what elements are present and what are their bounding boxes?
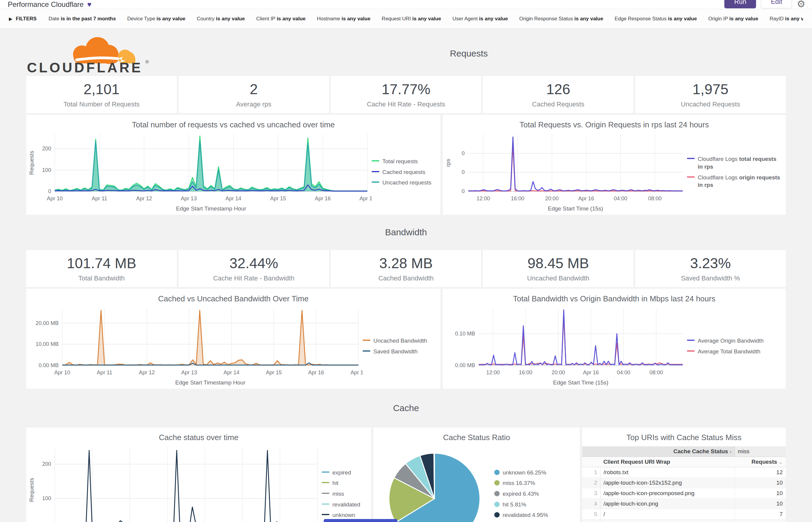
legend-label: Average Total Bandwidth <box>698 348 760 356</box>
chart-cache-status-over-time: Cache status over time 0100200Apr 10Apr … <box>26 427 371 522</box>
filter-chip[interactable]: Origin IP is any value <box>708 16 758 22</box>
legend-item[interactable]: expired 6.43% <box>494 490 576 498</box>
uri-cell[interactable]: / <box>600 509 735 520</box>
legend-swatch <box>372 171 379 172</box>
row-index: 1 <box>582 467 600 478</box>
legend-item[interactable]: Cached requests <box>372 168 437 176</box>
filter-chips: Date is in the past 7 monthsDevice Type … <box>49 16 803 22</box>
legend-item[interactable]: unknown <box>322 511 367 519</box>
requests-cell[interactable]: 10 <box>735 499 786 509</box>
svg-text:Requests: Requests <box>28 151 35 175</box>
legend-swatch <box>494 470 500 475</box>
kpi-label: Cached Bandwidth <box>379 275 434 282</box>
legend-label: revalidated 4.95% <box>503 511 548 519</box>
pivot-header[interactable]: Cache Cache Status › <box>582 446 735 457</box>
legend-item[interactable]: expired <box>322 469 367 477</box>
table-top-uris-miss: Top URIs with Cache Status Miss Cache Ca… <box>582 427 786 522</box>
uri-cell[interactable]: /index.php/contact/ <box>600 520 735 522</box>
legend-swatch <box>687 158 695 159</box>
legend-item[interactable]: miss 16.37% <box>494 479 576 487</box>
requests-column-header[interactable]: Requests ⌄ <box>735 457 786 467</box>
row-index: 6 <box>582 520 600 522</box>
filter-chip[interactable]: Client IP is any value <box>256 16 306 22</box>
requests-cell[interactable]: 10 <box>735 488 786 499</box>
table-row[interactable]: 6 /index.php/contact/ 7 <box>582 520 786 522</box>
legend-item[interactable]: Cloudflare Logs origin requests in rps <box>687 174 782 189</box>
svg-text:Edge Start Time (15s): Edge Start Time (15s) <box>553 379 608 386</box>
legend-item[interactable]: revalidated <box>322 501 367 508</box>
table-row[interactable]: 5 / 7 <box>582 509 786 520</box>
legend-item[interactable]: Total requests <box>372 158 437 165</box>
filter-chip[interactable]: User Agent is any value <box>452 16 508 22</box>
filter-chip[interactable]: Request URI is any value <box>382 16 441 22</box>
filter-chip[interactable]: Origin Response Status is any value <box>519 16 603 22</box>
table-row[interactable]: 2 /apple-touch-icon-152x152.png 10 <box>582 478 786 488</box>
cache-status-ratio-pie <box>384 448 494 522</box>
requests-cell[interactable]: 12 <box>735 467 786 478</box>
requests-cell[interactable]: 7 <box>735 520 786 522</box>
settings-gear-icon[interactable]: ⚙ <box>797 0 806 9</box>
legend-item[interactable]: Average Origin Bandwidth <box>687 337 782 345</box>
cloudflare-logo-text: CLOUDFLARE <box>27 60 143 75</box>
requests-rps-24h-svg: 00012:0016:0020:00Apr 1604:0008:00rpsEdg… <box>443 129 687 215</box>
svg-text:100: 100 <box>42 167 51 173</box>
svg-text:Apr 10: Apr 10 <box>47 196 62 201</box>
legend-swatch <box>494 491 500 496</box>
table-title: Top URIs with Cache Status Miss <box>582 433 786 442</box>
legend-swatch <box>494 512 500 518</box>
legend-label: miss <box>332 490 344 498</box>
legend-item[interactable]: hit <box>322 479 367 487</box>
legend-item[interactable]: Uncached requests <box>372 179 437 186</box>
chart-requests-rps-24h: Total Requests vs. Origin Requests in rp… <box>443 115 786 215</box>
filter-chip[interactable]: Hostname is any value <box>317 16 370 22</box>
uri-column-header[interactable]: Client Request URI Wrap <box>600 457 735 467</box>
uri-cell[interactable]: /apple-touch-icon-precomposed.png <box>600 488 735 499</box>
requests-cell[interactable]: 10 <box>735 478 786 488</box>
legend-item[interactable]: Average Total Bandwidth <box>687 348 782 356</box>
app-header: Performance Cloudflare ♥ Run Edit ⚙ <box>0 0 812 9</box>
table-row[interactable]: 3 /apple-touch-icon-precomposed.png 10 <box>582 488 786 499</box>
legend-item[interactable]: hit 5.81% <box>494 501 576 508</box>
chart-title: Total Requests vs. Origin Requests in rp… <box>443 120 786 129</box>
requests-rps-24h-plot: 00012:0016:0020:00Apr 1604:0008:00rpsEdg… <box>443 129 687 215</box>
legend-item[interactable]: Uncached Bandwidth <box>363 337 437 345</box>
svg-text:16:00: 16:00 <box>519 369 532 376</box>
svg-text:08:00: 08:00 <box>650 369 663 376</box>
pie-slice-updating[interactable] <box>434 453 434 498</box>
row-index: 3 <box>582 488 600 499</box>
chart-title: Total number of requests vs cached vs un… <box>26 120 440 129</box>
run-button[interactable]: Run <box>724 0 756 8</box>
table-row[interactable]: 1 /robots.txt 12 <box>582 467 786 478</box>
row-index: 4 <box>582 499 600 509</box>
uri-cell[interactable]: /apple-touch-icon-152x152.png <box>600 478 735 488</box>
chart-title: Cached vs Uncached Bandwidth Over Time <box>26 294 440 303</box>
legend-item[interactable]: Saved Bandwidth <box>363 348 437 356</box>
svg-text:100: 100 <box>42 496 51 501</box>
requests-cell[interactable]: 7 <box>735 509 786 520</box>
filter-chip[interactable]: Device Type is any value <box>127 16 185 22</box>
svg-text:200: 200 <box>42 461 51 467</box>
table-row[interactable]: 4 /apple-touch-icon.png 10 <box>582 499 786 509</box>
svg-text:20:00: 20:00 <box>545 196 559 201</box>
legend-item[interactable]: revalidated 4.95% <box>494 511 576 519</box>
requests-section-title: Requests <box>152 48 786 59</box>
cache-status-over-time-plot: 0100200Apr 10Apr 11Apr 12Apr 13Apr 14Apr… <box>26 442 322 522</box>
filter-chip[interactable]: Date is in the past 7 months <box>49 16 116 22</box>
edit-button[interactable]: Edit <box>761 0 792 8</box>
svg-text:200: 200 <box>42 146 51 152</box>
legend-item[interactable]: unknown 66.25% <box>494 469 576 477</box>
filter-chip[interactable]: RayID is any valu… <box>770 16 803 22</box>
legend-label: Cloudflare Logs origin requests in rps <box>698 174 782 189</box>
legend-item[interactable]: miss <box>322 490 367 498</box>
filters-bar: ▶ FILTERS Date is in the past 7 monthsDe… <box>0 9 812 29</box>
legend-swatch <box>494 502 500 507</box>
filters-toggle[interactable]: ▶ FILTERS <box>9 16 37 22</box>
legend-label: expired <box>332 469 351 477</box>
cache-section-title: Cache <box>26 389 786 427</box>
legend-item[interactable]: Cloudflare Logs total requests in rps <box>687 155 782 170</box>
chart-legend: expired hit miss revalidated unknown upd… <box>322 442 371 522</box>
filter-chip[interactable]: Country is any value <box>197 16 245 22</box>
uri-cell[interactable]: /robots.txt <box>600 467 735 478</box>
filter-chip[interactable]: Edge Response Status is any value <box>615 16 697 22</box>
uri-cell[interactable]: /apple-touch-icon.png <box>600 499 735 509</box>
